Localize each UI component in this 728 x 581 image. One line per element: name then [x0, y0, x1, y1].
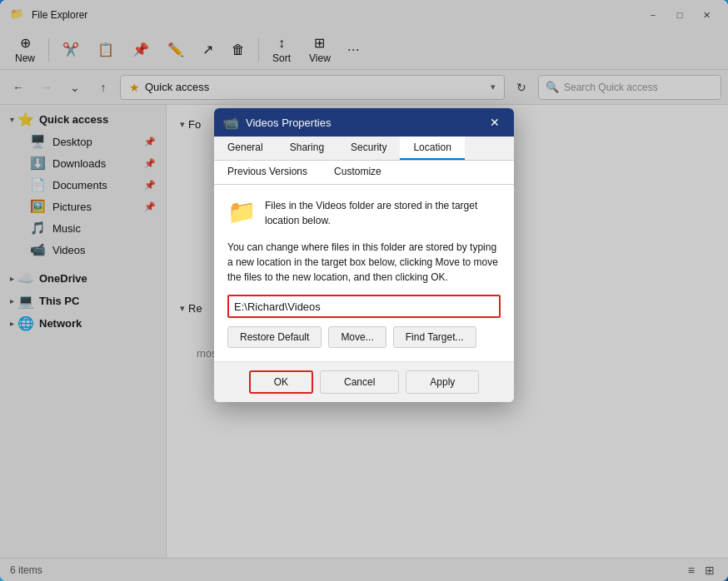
- dialog-footer: OK Cancel Apply: [214, 361, 514, 402]
- dialog-titlebar: 📹 Videos Properties ✕: [214, 108, 514, 137]
- cancel-button[interactable]: Cancel: [320, 370, 399, 394]
- tab-security[interactable]: Security: [337, 137, 400, 160]
- move-button[interactable]: Move...: [328, 326, 386, 348]
- dialog-folder-icon: 📁: [227, 198, 257, 226]
- explorer-window: 📁 File Explorer − □ ✕ ⊕ New ✂️ 📋 📌 ✏️ ↗: [0, 0, 728, 581]
- dialog-content: 📁 Files in the Videos folder are stored …: [214, 185, 514, 361]
- tab-previous-versions[interactable]: Previous Versions: [214, 161, 321, 184]
- dialog-info-text: Files in the Videos folder are stored in…: [265, 198, 501, 228]
- dialog-overlay: 📹 Videos Properties ✕ General Sharing Se…: [0, 0, 728, 581]
- dialog-title-icon: 📹: [222, 115, 239, 131]
- tab-general[interactable]: General: [214, 137, 277, 160]
- dialog-change-text: You can change where files in this folde…: [227, 240, 501, 285]
- apply-button[interactable]: Apply: [406, 370, 479, 394]
- tab-customize[interactable]: Customize: [321, 161, 395, 184]
- find-target-button[interactable]: Find Target...: [393, 326, 476, 348]
- tab-sharing[interactable]: Sharing: [277, 137, 337, 160]
- dialog-tabs-row2: Previous Versions Customize: [214, 161, 514, 185]
- tab-location[interactable]: Location: [400, 137, 464, 160]
- ok-button[interactable]: OK: [249, 370, 313, 394]
- restore-default-button[interactable]: Restore Default: [227, 326, 322, 348]
- dialog-close-button[interactable]: ✕: [484, 112, 506, 133]
- dialog-info-row: 📁 Files in the Videos folder are stored …: [227, 198, 501, 228]
- dialog-tabs: General Sharing Security Location: [214, 137, 514, 161]
- location-input[interactable]: [227, 295, 501, 318]
- videos-properties-dialog: 📹 Videos Properties ✕ General Sharing Se…: [214, 108, 514, 402]
- dialog-title-text: Videos Properties: [246, 117, 484, 129]
- dialog-action-buttons: Restore Default Move... Find Target...: [227, 326, 501, 348]
